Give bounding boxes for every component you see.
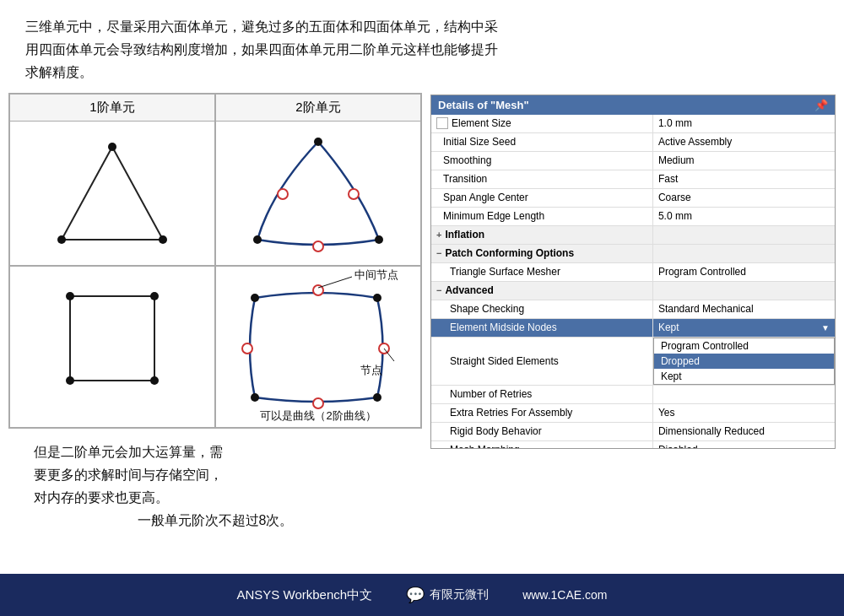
dropdown-arrow-midside[interactable]: ▼ (821, 323, 830, 332)
min-edge-value: 5.0 mm (653, 208, 835, 225)
smoothing-value: Medium (653, 152, 835, 170)
col2-header: 2阶单元 (216, 95, 420, 122)
pin-icon: 📌 (814, 99, 828, 111)
extra-retries-label: Extra Retries For Assembly (431, 404, 653, 422)
straight-sided-value: Program Controlled Dropped Kept (653, 338, 835, 385)
rigid-body-value: Dimensionally Reduced (653, 423, 835, 440)
col1-header-cell: 1阶单元 (9, 94, 215, 266)
mesh-morphing-value: Disabled (653, 441, 835, 448)
patch-expand[interactable]: − (436, 248, 441, 258)
num-retries-value (653, 386, 835, 403)
extra-retries-value: Yes (653, 404, 835, 422)
patch-conforming-label: − Patch Conforming Options (431, 245, 653, 262)
advanced-expand[interactable]: − (436, 285, 441, 295)
triangle-surface-value: Program Controlled (653, 263, 835, 281)
inflation-value (653, 226, 835, 244)
element-size-label: Element Size (431, 115, 653, 132)
col1-header: 1阶单元 (10, 95, 214, 122)
element-size-value: 1.0 mm (653, 115, 835, 132)
advanced-value (653, 282, 835, 300)
element-midside-value[interactable]: Kept ▼ (653, 319, 835, 337)
advanced-label: − Advanced (431, 282, 653, 300)
num-retries-label: Number of Retries (431, 386, 653, 403)
svg-point-6 (314, 138, 322, 146)
transition-row[interactable]: Transition Fast (431, 170, 835, 189)
footer-left-text: ANSYS Workbench中文 (237, 587, 373, 603)
element-midside-text: Kept (658, 322, 679, 333)
element-size-row[interactable]: Element Size 1.0 mm (431, 115, 835, 133)
rigid-body-label: Rigid Body Behavior (431, 423, 653, 440)
smoothing-row[interactable]: Smoothing Medium (431, 152, 835, 170)
rigid-body-row[interactable]: Rigid Body Behavior Dimensionally Reduce… (431, 423, 835, 441)
details-title: Details of "Mesh" 📌 (431, 95, 835, 115)
dropdown-item-program[interactable]: Program Controlled (654, 338, 834, 354)
span-angle-value: Coarse (653, 189, 835, 207)
transition-label: Transition (431, 170, 653, 188)
transition-value: Fast (653, 170, 835, 188)
patch-conforming-section[interactable]: − Patch Conforming Options (431, 245, 835, 263)
shape-checking-row[interactable]: Shape Checking Standard Mechanical (431, 300, 835, 319)
triangle-2nd-order (216, 122, 420, 265)
details-content[interactable]: Element Size 1.0 mm Initial Size Seed Ac… (431, 115, 835, 448)
svg-point-15 (150, 376, 159, 385)
svg-point-23 (313, 398, 323, 408)
col2-header-cell: 2阶单元 (215, 94, 421, 266)
element-midside-label: Element Midside Nodes (431, 319, 653, 337)
diagram-grid: 1阶单元 (8, 93, 422, 429)
footer-bar: ANSYS Workbench中文 💬 有限元微刊 www.1CAE.com (0, 574, 844, 616)
element-size-checkbox[interactable] (436, 117, 448, 129)
svg-line-2 (112, 147, 163, 240)
svg-line-25 (318, 277, 352, 288)
triangle-surface-row[interactable]: Triangle Surface Mesher Program Controll… (431, 263, 835, 282)
num-retries-row[interactable]: Number of Retries (431, 386, 835, 404)
initial-size-seed-label: Initial Size Seed (431, 133, 653, 151)
curve-annotation: 可以是曲线（2阶曲线） (216, 408, 420, 424)
svg-text:节点: 节点 (360, 364, 382, 376)
top-description: 三维单元中，尽量采用六面体单元，避免过多的五面体和四面体单元，结构中采 用四面体… (0, 0, 844, 93)
quad-2nd-body: 中间节点 节点 可以是曲线（2阶曲线） (216, 267, 420, 427)
span-angle-row[interactable]: Span Angle Center Coarse (431, 189, 835, 208)
min-edge-row[interactable]: Minimum Edge Length 5.0 mm (431, 208, 835, 226)
span-angle-label: Span Angle Center (431, 189, 653, 207)
svg-point-17 (251, 294, 259, 302)
dropdown-item-dropped[interactable]: Dropped (654, 354, 834, 369)
straight-sided-row[interactable]: Straight Sided Elements Program Controll… (431, 338, 835, 386)
inflation-section[interactable]: + Inflation (431, 226, 835, 245)
svg-point-10 (313, 241, 323, 251)
initial-size-seed-row[interactable]: Initial Size Seed Active Assembly (431, 133, 835, 152)
patch-conforming-value (653, 245, 835, 262)
element-midside-row[interactable]: Element Midside Nodes Kept ▼ (431, 319, 835, 338)
triangle-surface-label: Triangle Surface Mesher (431, 263, 653, 281)
quad-2nd-order: 中间节点 节点 可以是曲线（2阶曲线） (215, 266, 421, 428)
triangle-1st-order (10, 122, 214, 265)
bottom-center-line: 一般单元阶次不超过8次。 (34, 509, 397, 532)
svg-point-7 (253, 235, 262, 244)
extra-retries-row[interactable]: Extra Retries For Assembly Yes (431, 404, 835, 423)
straight-sided-label: Straight Sided Elements (431, 338, 653, 385)
svg-point-4 (57, 235, 66, 244)
svg-point-14 (150, 292, 159, 300)
mesh-morphing-label: Mesh Morphing (431, 441, 653, 448)
svg-point-8 (375, 235, 383, 244)
dropdown-item-kept[interactable]: Kept (654, 369, 834, 384)
initial-size-seed-value: Active Assembly (653, 133, 835, 151)
svg-point-5 (159, 235, 167, 244)
svg-point-11 (349, 189, 359, 199)
inflation-expand[interactable]: + (436, 230, 441, 240)
middle-section: 1阶单元 (0, 93, 844, 574)
advanced-section[interactable]: − Advanced (431, 282, 835, 300)
diagram-section: 1阶单元 (8, 93, 422, 574)
svg-point-9 (278, 189, 288, 199)
svg-point-20 (251, 393, 259, 402)
smoothing-label: Smoothing (431, 152, 653, 170)
svg-point-13 (66, 292, 74, 300)
svg-rect-12 (70, 296, 154, 381)
mesh-morphing-row[interactable]: Mesh Morphing Disabled (431, 441, 835, 448)
quad-1st-order (9, 266, 215, 428)
min-edge-label: Minimum Edge Length (431, 208, 653, 225)
svg-point-16 (66, 376, 74, 385)
svg-point-18 (373, 294, 381, 302)
svg-point-24 (242, 343, 252, 354)
quad-1st-body (10, 267, 214, 427)
shape-checking-label: Shape Checking (431, 300, 653, 318)
